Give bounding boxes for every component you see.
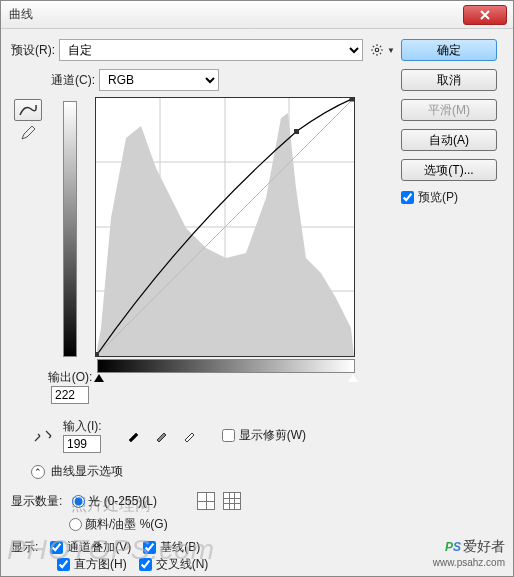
preview-label: 预览(P)	[418, 189, 458, 206]
close-button[interactable]	[463, 5, 507, 25]
svg-rect-9	[294, 129, 299, 134]
white-eyedropper-icon[interactable]	[182, 427, 200, 445]
preset-select[interactable]: 自定	[59, 39, 363, 61]
gray-eyedropper-icon[interactable]	[154, 427, 172, 445]
input-gradient[interactable]	[97, 359, 355, 373]
input-input[interactable]	[63, 435, 101, 453]
svg-rect-8	[96, 352, 99, 356]
cancel-button[interactable]: 取消	[401, 69, 497, 91]
pigment-label: 颜料/油墨 %(G)	[85, 516, 168, 533]
intersection-label: 交叉线(N)	[156, 556, 209, 573]
fine-grid-icon[interactable]	[223, 492, 241, 510]
output-input[interactable]	[51, 386, 89, 404]
curve-tool-button[interactable]	[14, 99, 42, 121]
pigment-radio[interactable]	[69, 518, 82, 531]
auto-button[interactable]: 自动(A)	[401, 129, 497, 151]
channel-select[interactable]: RGB	[99, 69, 219, 91]
svg-rect-10	[350, 98, 354, 101]
curve-display-options-label: 曲线显示选项	[51, 463, 123, 480]
ok-button[interactable]: 确定	[401, 39, 497, 61]
baseline-checkbox[interactable]	[143, 541, 156, 554]
histogram-label: 直方图(H)	[74, 556, 127, 573]
curves-graph[interactable]	[95, 97, 355, 357]
baseline-label: 基线(B)	[160, 539, 200, 556]
titlebar: 曲线	[1, 1, 513, 29]
show-clipping-checkbox[interactable]	[222, 429, 235, 442]
histogram-checkbox[interactable]	[57, 558, 70, 571]
black-point-slider[interactable]	[94, 374, 104, 382]
channel-overlay-label: 通道叠加(V)	[67, 539, 131, 556]
curves-dialog: 曲线 预设(R): 自定 ▼ 通道(C): RGB	[0, 0, 514, 577]
light-label: 光 (0-255)(L)	[88, 493, 157, 510]
coarse-grid-icon[interactable]	[197, 492, 215, 510]
black-eyedropper-icon[interactable]	[126, 427, 144, 445]
preview-checkbox[interactable]	[401, 191, 414, 204]
output-gradient	[63, 101, 77, 357]
intersection-checkbox[interactable]	[139, 558, 152, 571]
on-image-adjust-icon[interactable]	[31, 426, 55, 446]
smooth-button[interactable]: 平滑(M)	[401, 99, 497, 121]
preset-menu-icon[interactable]	[369, 42, 385, 58]
collapse-icon: ⌃	[31, 465, 45, 479]
show-amount-label: 显示数量:	[11, 493, 62, 510]
preset-label: 预设(R):	[11, 42, 55, 59]
options-button[interactable]: 选项(T)...	[401, 159, 497, 181]
pencil-tool-icon[interactable]	[20, 125, 36, 141]
white-point-slider[interactable]	[348, 374, 358, 382]
dropdown-icon: ▼	[387, 46, 395, 55]
show-clipping-label: 显示修剪(W)	[239, 427, 306, 444]
svg-point-0	[375, 48, 379, 52]
window-title: 曲线	[9, 6, 463, 23]
curve-display-options-toggle[interactable]: ⌃ 曲线显示选项	[31, 463, 395, 480]
light-radio[interactable]	[72, 495, 85, 508]
show-label: 显示:	[11, 539, 38, 556]
channel-overlay-checkbox[interactable]	[50, 541, 63, 554]
output-label: 输出(O):	[48, 369, 93, 386]
input-label: 输入(I):	[63, 418, 102, 435]
channel-label: 通道(C):	[51, 72, 95, 89]
